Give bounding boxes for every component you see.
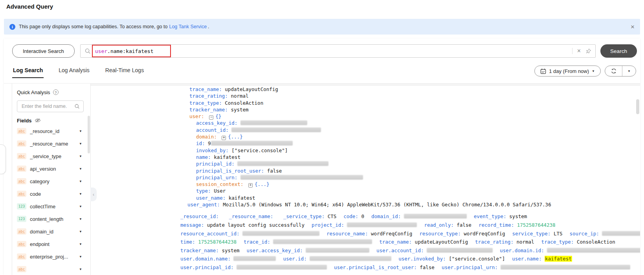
log-tree-line: access_key_id: <box>91 120 640 126</box>
tab-log-analysis[interactable]: Log Analysis <box>58 64 90 78</box>
log-field: source_ip: <box>570 231 640 237</box>
field-label: content_length <box>30 216 79 222</box>
chevron-down-icon[interactable]: ▼ <box>79 255 82 259</box>
field-label: endpoint <box>30 241 79 247</box>
info-icon: i <box>9 24 15 30</box>
tab-log-search[interactable]: Log Search <box>12 64 44 78</box>
log-tree-line: invoked_by: ["service.console"] <box>91 147 640 154</box>
log-key: user_name: <box>196 195 226 201</box>
log-key: principal_urn: <box>196 175 237 180</box>
log-key: user.invoked_by: <box>398 256 446 262</box>
log-value: 0 <box>361 213 364 219</box>
log-key: principal_id: <box>196 161 235 167</box>
clear-query-icon[interactable]: × <box>577 48 581 54</box>
field-item[interactable]: 123collectTime▼ <box>17 200 87 213</box>
log-field: project_id: <box>312 222 417 228</box>
log-tree-line: id: 9 <box>91 140 640 147</box>
expand-icon[interactable]: + <box>222 136 226 140</box>
log-tank-service-link[interactable]: Log Tank Service <box>169 24 207 29</box>
search-icon <box>84 48 91 54</box>
text-type-icon: abc <box>17 166 26 172</box>
pin-icon[interactable] <box>585 48 591 54</box>
sidebar-collapse-handle[interactable]: ‹ <box>90 188 97 201</box>
log-field: tracker_name: system <box>180 248 240 253</box>
field-item[interactable]: abcapi_version▼ <box>17 162 87 175</box>
log-key: record_time: <box>479 222 514 228</box>
sidebar-scrollbar[interactable] <box>88 116 90 153</box>
query-highlight-box: user.name:kaifatest <box>92 45 171 57</box>
log-tree-line: principal_is_root_user: false <box>91 168 640 174</box>
field-search-box[interactable] <box>17 100 84 112</box>
redacted-value <box>547 248 640 253</box>
chevron-down-icon[interactable]: ▼ <box>79 217 82 221</box>
chevron-down-icon[interactable]: ▼ <box>79 205 82 208</box>
field-item[interactable]: abcdomain_id▼ <box>17 225 87 238</box>
field-item[interactable]: abccategory▼ <box>17 175 87 188</box>
log-field: event_type: system <box>474 213 527 219</box>
field-item[interactable]: abc_resource_id▼ <box>17 125 87 137</box>
log-field: domain_id: <box>371 213 467 219</box>
time-range-button[interactable]: 1 day (From now) ▼ <box>534 66 601 76</box>
chevron-down-icon[interactable]: ▼ <box>79 155 82 158</box>
query-rest-token: .name:kaifatest <box>107 48 153 54</box>
field-item[interactable]: abccode▼ <box>17 188 87 200</box>
log-value: normal <box>231 93 248 99</box>
chevron-down-icon[interactable]: ▼ <box>79 180 82 183</box>
help-icon[interactable]: ? <box>53 89 59 95</box>
field-item[interactable]: 123content_length▼ <box>17 213 87 225</box>
field-item[interactable]: abc_resource_name▼ <box>17 137 87 150</box>
redacted-value <box>347 222 417 227</box>
log-tree: trace_name: updateLayoutConfigtrace_rati… <box>91 86 640 208</box>
interactive-search-button[interactable]: Interactive Search <box>12 44 75 58</box>
log-value: update layout config successfully <box>207 222 305 228</box>
content-row: Quick Analysis ? Fields abc_resource_id▼… <box>4 83 640 275</box>
log-key: access_key_id: <box>196 120 237 126</box>
log-value: updateLayoutConfig <box>225 86 278 92</box>
query-input[interactable]: user.name:kaifatest × <box>80 44 596 58</box>
field-item[interactable]: abc▼ <box>17 263 87 275</box>
field-item[interactable]: abc_service_type▼ <box>17 150 87 162</box>
log-key: trace_type: <box>189 100 222 106</box>
field-search-input[interactable] <box>21 103 72 109</box>
log-value: wordFreqConfig <box>371 231 412 237</box>
log-value: system <box>222 248 239 253</box>
redacted-value <box>211 141 293 146</box>
redacted-value <box>240 120 307 125</box>
log-key: user.id: <box>283 256 306 262</box>
log-key: user.domain.name: <box>180 256 231 262</box>
chevron-down-icon[interactable]: ▼ <box>79 129 82 133</box>
banner-close-icon[interactable]: × <box>631 24 635 30</box>
field-item[interactable]: abcendpoint▼ <box>17 238 87 250</box>
text-type-icon: abc <box>17 266 26 272</box>
tab-real-time-logs[interactable]: Real-Time Logs <box>105 64 145 78</box>
chevron-down-icon[interactable]: ▼ <box>79 142 82 146</box>
refresh-button[interactable] <box>605 66 622 76</box>
log-field: time: 1752587644238 <box>180 239 237 245</box>
search-button[interactable]: Search <box>600 44 637 58</box>
chevron-down-icon[interactable]: ▼ <box>79 192 82 196</box>
log-key: time: <box>180 239 195 245</box>
log-scrollbar[interactable] <box>636 99 639 114</box>
chevron-down-icon[interactable]: ▼ <box>79 230 82 233</box>
text-type-icon: abc <box>17 253 26 260</box>
log-key: project_id: <box>312 222 344 228</box>
refresh-options-button[interactable]: ▼ <box>622 66 636 76</box>
log-field: user.principal_id: <box>180 264 327 270</box>
field-item[interactable]: abcenterprise_proj...▼ <box>17 250 87 263</box>
redacted-value <box>233 256 276 261</box>
expand-icon[interactable]: + <box>248 183 253 188</box>
collapse-icon[interactable]: − <box>209 115 213 120</box>
eye-off-icon[interactable] <box>35 117 41 124</box>
chevron-down-icon[interactable]: ▼ <box>79 167 82 171</box>
log-field: _resource_id: <box>180 213 222 219</box>
chevron-down-icon[interactable]: ▼ <box>79 268 82 271</box>
chevron-down-icon[interactable]: ▼ <box>79 242 82 246</box>
calendar-icon <box>540 68 546 74</box>
banner-text: This page only displays some log capabil… <box>19 24 167 29</box>
log-key: user_agent: <box>187 202 220 208</box>
text-type-icon: abc <box>17 228 26 235</box>
left-panel-expand-handle[interactable] <box>0 144 6 174</box>
page-title: Advanced Query <box>6 3 53 10</box>
redacted-value <box>310 256 391 261</box>
log-value: wordFreqConfig <box>464 231 505 237</box>
